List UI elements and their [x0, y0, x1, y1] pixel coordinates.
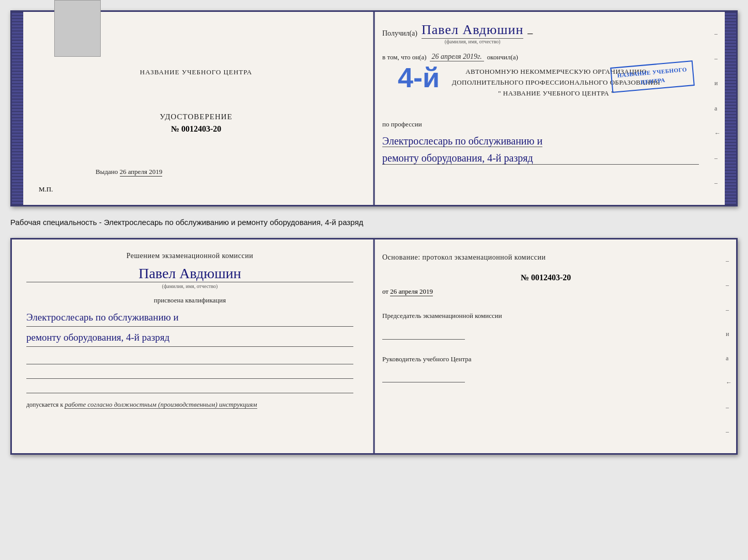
sig-line-1	[26, 355, 353, 364]
commission-name: Павел Авдюшин	[26, 265, 353, 282]
side-dash-7: –	[726, 306, 734, 314]
issued-line: Выдано 26 апреля 2019	[96, 168, 162, 177]
side-dash-4: –	[714, 179, 723, 187]
cert2-left-page: Решением экзаменационной комиссии Павел …	[12, 239, 368, 453]
sig-line-2	[26, 370, 353, 379]
director-label: Руководитель учебного Центра	[382, 354, 709, 364]
doc-type-label: УДОСТОВЕРЕНИЕ	[160, 113, 232, 121]
cert-left-page: НАЗВАНИЕ УЧЕБНОГО ЦЕНТРА УДОСТОВЕРЕНИЕ №…	[23, 12, 369, 205]
protocol-number: № 0012403-20	[382, 273, 709, 282]
issued-date: 26 апреля 2019	[120, 168, 163, 177]
spine-left	[12, 12, 23, 205]
prof2-line1: Электрослесарь по обслуживанию и	[26, 309, 353, 327]
doc-number: № 0012403-20	[160, 124, 232, 134]
side-dash-6: –	[726, 281, 734, 289]
top-certificate-booklet: НАЗВАНИЕ УЧЕБНОГО ЦЕНТРА УДОСТОВЕРЕНИЕ №…	[10, 10, 738, 206]
side-decorations: – – и а ← – –	[712, 12, 725, 205]
protocol-date-line: от 26 апреля 2019	[382, 287, 709, 296]
recipient-name: Павел Авдюшин	[422, 22, 523, 39]
issued-label: Выдано	[96, 168, 118, 175]
vtom-label: в том, что он(а)	[382, 53, 427, 61]
side-chevron-2: ←	[726, 379, 734, 387]
profession-line2: ремонту оборудования, 4-й разряд	[382, 152, 699, 165]
cert-right-page: Получил(а) Павел Авдюшин (фамилия, имя, …	[369, 12, 712, 205]
osnov-title: Основание: протокол экзаменационной коми…	[382, 252, 709, 263]
org-line3: " НАЗВАНИЕ УЧЕБНОГО ЦЕНТРА "	[413, 88, 699, 99]
side-decorations-2: – – – и а ← – –	[724, 239, 736, 453]
side-chevron: ←	[714, 130, 723, 137]
side-dash-8: –	[726, 404, 734, 411]
cert-title: НАЗВАНИЕ УЧЕБНОГО ЦЕНТРА	[140, 68, 252, 76]
side-dash-9: –	[726, 428, 734, 436]
signature-lines	[26, 355, 353, 393]
side-а-2: а	[726, 355, 734, 362]
side-и: и	[714, 79, 723, 87]
chairman-signature-line	[382, 328, 465, 340]
side-а: а	[714, 105, 723, 113]
side-dash-1: –	[714, 30, 723, 38]
chairman-label: Председатель экзаменационной комиссии	[382, 311, 709, 321]
grade-number: 4-й	[398, 61, 440, 93]
description-text: Рабочая специальность - Электрослесарь п…	[10, 216, 738, 229]
допускается-text: работе согласно должностным (производств…	[65, 401, 257, 409]
name-subtitle: (фамилия, имя, отчество)	[422, 39, 523, 44]
commission-title: Решением экзаменационной комиссии	[26, 252, 353, 260]
spine-right	[725, 12, 736, 205]
vtom-line: в том, что он(а) 26 апреля 2019г. окончи…	[382, 53, 699, 61]
profession-label: по профессии	[382, 120, 699, 129]
photo-placeholder	[54, 0, 101, 57]
mp-label: М.П.	[39, 185, 53, 194]
chairman-block: Председатель экзаменационной комиссии	[382, 311, 709, 340]
profession-line1: Электрослесарь по обслуживанию и	[382, 135, 542, 147]
org-block-container: 4-й АВТОНОМНУЮ НЕКОММЕРЧЕСКУЮ ОРГАНИЗАЦИ…	[382, 67, 699, 113]
side-dash-5: –	[726, 257, 734, 265]
date-completed: 26 апреля 2019г.	[430, 53, 484, 61]
side-и-2: и	[726, 330, 734, 338]
assigned-label: присвоена квалификация	[26, 296, 353, 305]
protocol-date: 26 апреля 2019	[390, 287, 433, 296]
допускается-line: допускается к работе согласно должностны…	[26, 401, 353, 409]
commission-name-subtitle: (фамилия, имя, отчество)	[26, 283, 353, 289]
prof2-line2: ремонту оборудования, 4-й разряд	[26, 329, 353, 347]
director-block: Руководитель учебного Центра	[382, 354, 709, 383]
received-label: Получил(а)	[382, 29, 417, 38]
date-prefix: от	[382, 287, 388, 295]
director-signature-line	[382, 371, 465, 382]
cert2-right-page: Основание: протокол экзаменационной коми…	[368, 239, 724, 453]
sig-line-3	[26, 384, 353, 393]
okончил-label: окончил(а)	[487, 53, 518, 61]
received-block: Получил(а) Павел Авдюшин (фамилия, имя, …	[382, 22, 699, 44]
side-dash-3: –	[714, 154, 723, 162]
допускается-prefix: допускается к	[26, 401, 63, 408]
stamp-line1: НАЗВАНИЕ УЧЕБНОГО ЦЕНТРА	[617, 65, 688, 88]
bottom-certificate-booklet: Решением экзаменационной комиссии Павел …	[10, 238, 738, 455]
side-dash-2: –	[714, 55, 723, 62]
